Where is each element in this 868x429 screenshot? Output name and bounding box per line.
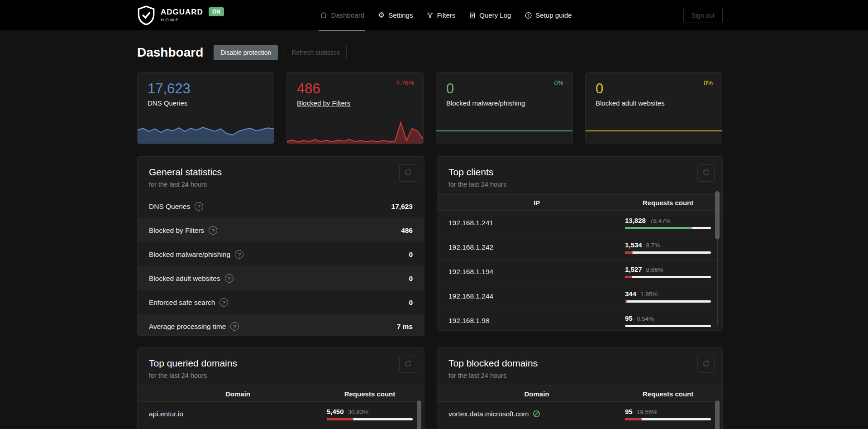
progress-bar-fill xyxy=(625,251,633,254)
column-header-requests-count: Requests count xyxy=(625,199,711,207)
help-icon[interactable]: ? xyxy=(219,298,228,307)
brand-subtitle: HOME xyxy=(161,18,203,22)
document-icon xyxy=(469,12,476,19)
blocked-filters-label-wrap: Blocked by Filters xyxy=(297,99,413,107)
nav-label: Setup guide xyxy=(535,11,572,19)
main-nav: Dashboard ⚙︎ Settings Filters Query Log xyxy=(320,0,572,30)
gear-icon: ⚙︎ xyxy=(378,11,385,19)
help-icon[interactable]: ? xyxy=(195,202,203,211)
stat-row-label: DNS Queries xyxy=(149,202,190,211)
refresh-icon xyxy=(405,169,411,177)
blocked-adult-percent: 0% xyxy=(704,79,713,87)
refresh-icon-button[interactable] xyxy=(697,164,715,182)
table-row: Enforced safe search? 0 xyxy=(138,290,424,314)
blocked-malware-percent: 0% xyxy=(554,79,563,87)
requests-count: 1,534 xyxy=(625,241,642,249)
sign-out-button[interactable]: Sign out xyxy=(683,8,723,23)
refresh-icon xyxy=(703,360,710,368)
adguard-shield-icon xyxy=(137,5,155,25)
domain-name: api.entur.io xyxy=(149,410,327,418)
panel-header: Top clients for the last 24 hours xyxy=(437,157,722,194)
nav-settings[interactable]: ⚙︎ Settings xyxy=(378,0,413,30)
help-icon[interactable]: ? xyxy=(209,226,217,235)
requests-count: 1,527 xyxy=(625,265,642,273)
table-row: 192.168.1.242 1,5348.7% xyxy=(437,235,722,260)
panel-header: Top queried domains for the last 24 hour… xyxy=(138,348,424,386)
stat-row-label: Enforced safe search xyxy=(149,299,215,307)
nav-filters[interactable]: Filters xyxy=(426,0,455,30)
dns-queries-sparkline xyxy=(137,119,274,144)
nav-label: Query Log xyxy=(479,11,511,19)
svg-text:?: ? xyxy=(527,13,529,18)
dns-queries-value: 17,623 xyxy=(148,81,264,97)
blocked-malware-flatline xyxy=(436,130,572,131)
panel-subtitle: for the last 24 hours xyxy=(149,372,413,379)
refresh-icon-button[interactable] xyxy=(399,356,416,373)
home-icon xyxy=(320,11,328,19)
requests-count: 95 xyxy=(625,408,633,415)
refresh-icon-button[interactable] xyxy=(399,164,416,182)
client-ip: 192.168.1.242 xyxy=(448,243,625,251)
panel-title: Top blocked domains xyxy=(448,358,711,369)
requests-percent: 1.95% xyxy=(640,291,658,298)
requests-percent: 8.7% xyxy=(646,242,660,249)
column-header-requests-count: Requests count xyxy=(625,390,711,398)
nav-label: Filters xyxy=(437,11,455,19)
client-ip: 192.168.1.241 xyxy=(448,219,625,227)
scrollbar-thumb[interactable] xyxy=(715,400,720,429)
column-header-domain: Domain xyxy=(448,390,625,398)
requests-count: 13,828 xyxy=(625,217,646,224)
client-ip: 192.168.1.98 xyxy=(448,317,625,325)
general-statistics-rows: DNS Queries? 17,623 Blocked by Filters? … xyxy=(138,194,424,336)
general-statistics-panel: General statistics for the last 24 hours… xyxy=(137,156,424,336)
refresh-statistics-button[interactable]: Refresh statistics xyxy=(285,45,347,60)
panel-header: General statistics for the last 24 hours xyxy=(138,157,424,194)
help-icon[interactable]: ? xyxy=(230,322,239,331)
progress-bar-fill xyxy=(625,418,642,420)
panel-subtitle: for the last 24 hours xyxy=(149,181,413,188)
top-queried-domains-panel: Top queried domains for the last 24 hour… xyxy=(137,347,424,429)
table-row: Blocked malware/phishing? 0 xyxy=(138,242,424,266)
requests-count: 5,450 xyxy=(327,408,344,415)
blocked-filters-percent: 2.76% xyxy=(396,79,414,87)
stat-cards-row: 17,623 DNS Queries 2.76% 486 Blocked by … xyxy=(137,72,723,144)
progress-bar-fill xyxy=(625,276,632,278)
column-header-requests-count: Requests count xyxy=(327,390,413,398)
table-row: 192.168.1.98 950.54% xyxy=(437,308,722,331)
dns-queries-label: DNS Queries xyxy=(148,99,264,107)
blocked-malware-value: 0 xyxy=(446,81,563,97)
requests-percent: 0.54% xyxy=(637,315,654,322)
protection-status-badge: ON xyxy=(209,7,224,16)
middle-row: General statistics for the last 24 hours… xyxy=(137,156,723,336)
domain-name: vortex.data.microsoft.com xyxy=(448,410,529,418)
nav-dashboard[interactable]: Dashboard xyxy=(320,0,364,30)
scrollbar-thumb[interactable] xyxy=(715,191,720,239)
stat-row-label: Average processing time xyxy=(149,323,226,331)
progress-bar xyxy=(625,300,711,303)
panel-subtitle: for the last 24 hours xyxy=(448,372,711,379)
adguard-home-logo[interactable]: ADGUARD HOME ON xyxy=(137,5,224,25)
nav-setup-guide[interactable]: ? Setup guide xyxy=(525,0,572,30)
progress-bar xyxy=(625,251,711,254)
refresh-icon xyxy=(703,169,710,177)
nav-label: Dashboard xyxy=(331,11,364,19)
blocked-adult-label: Blocked adult websites xyxy=(596,99,712,107)
stat-row-label: Blocked by Filters xyxy=(149,227,204,235)
table-row: 192.168.1.241 13,82878.47% xyxy=(437,211,722,235)
stat-row-value: 486 xyxy=(401,227,413,235)
panel-header: Top blocked domains for the last 24 hour… xyxy=(437,348,722,386)
disable-protection-button[interactable]: Disable protection xyxy=(214,45,278,60)
scrollbar-thumb[interactable] xyxy=(417,400,421,429)
refresh-icon-button[interactable] xyxy=(697,356,715,373)
blocked-malware-card: 0% 0 Blocked malware/phishing xyxy=(436,72,573,144)
brand-name: ADGUARD xyxy=(161,8,203,16)
brand-text: ADGUARD HOME xyxy=(161,8,203,22)
requests-percent: 78.47% xyxy=(650,217,671,224)
blocked-malware-label: Blocked malware/phishing xyxy=(446,99,563,107)
column-header-domain: Domain xyxy=(149,390,327,398)
blocked-by-filters-link[interactable]: Blocked by Filters xyxy=(297,99,350,107)
table-row: vortex.data.microsoft.com 9519.55% xyxy=(437,402,722,426)
nav-query-log[interactable]: Query Log xyxy=(469,0,511,30)
help-icon[interactable]: ? xyxy=(235,250,243,259)
help-icon[interactable]: ? xyxy=(225,274,234,283)
